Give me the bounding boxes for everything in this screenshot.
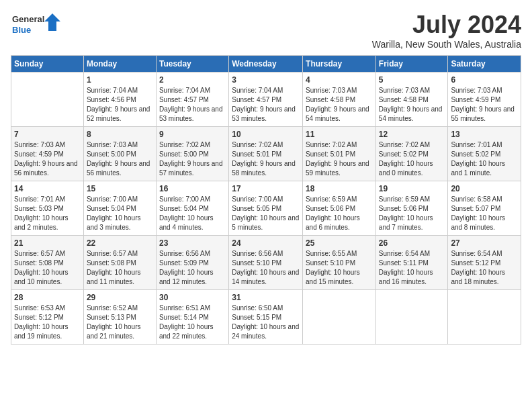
table-row: 21 Sunrise: 6:57 AMSunset: 5:08 PMDaylig… xyxy=(11,236,84,290)
day-detail: Sunrise: 7:04 AMSunset: 4:56 PMDaylight:… xyxy=(87,87,150,122)
day-detail: Sunrise: 7:02 AMSunset: 5:01 PMDaylight:… xyxy=(306,141,369,177)
day-detail: Sunrise: 6:53 AMSunset: 5:12 PMDaylight:… xyxy=(14,304,69,340)
day-number: 2 xyxy=(159,75,226,85)
calendar-table: Sunday Monday Tuesday Wednesday Thursday… xyxy=(11,55,521,345)
month-title: July 2024 xyxy=(372,11,521,39)
day-number: 5 xyxy=(379,75,445,85)
day-detail: Sunrise: 7:02 AMSunset: 5:02 PMDaylight:… xyxy=(379,141,433,177)
day-number: 21 xyxy=(14,238,81,248)
day-detail: Sunrise: 6:59 AMSunset: 5:06 PMDaylight:… xyxy=(379,195,433,231)
day-detail: Sunrise: 7:00 AMSunset: 5:04 PMDaylight:… xyxy=(159,195,214,231)
day-number: 9 xyxy=(159,130,226,139)
day-detail: Sunrise: 6:56 AMSunset: 5:10 PMDaylight:… xyxy=(232,250,299,285)
table-row: 3 Sunrise: 7:04 AMSunset: 4:57 PMDayligh… xyxy=(229,73,303,127)
day-detail: Sunrise: 7:00 AMSunset: 5:04 PMDaylight:… xyxy=(87,195,141,231)
day-number: 1 xyxy=(87,75,153,85)
day-detail: Sunrise: 6:52 AMSunset: 5:13 PMDaylight:… xyxy=(87,304,141,340)
header-wednesday: Wednesday xyxy=(229,56,303,73)
day-number: 30 xyxy=(159,293,226,302)
svg-text:Blue: Blue xyxy=(12,25,31,35)
calendar-week-row: 21 Sunrise: 6:57 AMSunset: 5:08 PMDaylig… xyxy=(11,236,521,290)
svg-text:General: General xyxy=(12,14,44,24)
day-detail: Sunrise: 7:03 AMSunset: 4:58 PMDaylight:… xyxy=(379,87,443,122)
table-row: 1 Sunrise: 7:04 AMSunset: 4:56 PMDayligh… xyxy=(83,73,156,127)
day-detail: Sunrise: 7:01 AMSunset: 5:02 PMDaylight:… xyxy=(451,141,505,177)
day-number: 14 xyxy=(14,184,81,193)
table-row: 31 Sunrise: 6:50 AMSunset: 5:15 PMDaylig… xyxy=(229,290,303,345)
day-number: 27 xyxy=(451,238,518,248)
day-detail: Sunrise: 7:03 AMSunset: 4:59 PMDaylight:… xyxy=(14,141,78,177)
day-number: 22 xyxy=(87,238,153,248)
day-detail: Sunrise: 6:56 AMSunset: 5:09 PMDaylight:… xyxy=(159,250,214,285)
header-friday: Friday xyxy=(375,56,448,73)
day-detail: Sunrise: 7:00 AMSunset: 5:05 PMDaylight:… xyxy=(232,195,299,231)
day-number: 15 xyxy=(87,184,153,193)
table-row: 22 Sunrise: 6:57 AMSunset: 5:08 PMDaylig… xyxy=(83,236,156,290)
table-row: 30 Sunrise: 6:51 AMSunset: 5:14 PMDaylig… xyxy=(156,290,228,345)
day-number: 20 xyxy=(451,184,518,193)
day-detail: Sunrise: 6:54 AMSunset: 5:11 PMDaylight:… xyxy=(379,250,433,285)
day-number: 7 xyxy=(14,130,81,139)
day-number: 31 xyxy=(232,293,300,302)
day-number: 3 xyxy=(232,75,300,85)
table-row: 10 Sunrise: 7:02 AMSunset: 5:01 PMDaylig… xyxy=(229,127,303,181)
day-number: 16 xyxy=(159,184,226,193)
day-number: 11 xyxy=(306,130,373,139)
day-number: 8 xyxy=(87,130,153,139)
table-row: 11 Sunrise: 7:02 AMSunset: 5:01 PMDaylig… xyxy=(303,127,376,181)
table-row: 19 Sunrise: 6:59 AMSunset: 5:06 PMDaylig… xyxy=(375,181,448,236)
table-row xyxy=(303,290,376,345)
table-row: 29 Sunrise: 6:52 AMSunset: 5:13 PMDaylig… xyxy=(83,290,156,345)
table-row: 15 Sunrise: 7:00 AMSunset: 5:04 PMDaylig… xyxy=(83,181,156,236)
day-detail: Sunrise: 6:58 AMSunset: 5:07 PMDaylight:… xyxy=(451,195,505,231)
table-row: 8 Sunrise: 7:03 AMSunset: 5:00 PMDayligh… xyxy=(83,127,156,181)
day-detail: Sunrise: 6:54 AMSunset: 5:12 PMDaylight:… xyxy=(451,250,505,285)
table-row: 27 Sunrise: 6:54 AMSunset: 5:12 PMDaylig… xyxy=(448,236,521,290)
page-header: General Blue July 2024 Warilla, New Sout… xyxy=(11,11,521,50)
day-number: 23 xyxy=(159,238,226,248)
day-number: 4 xyxy=(306,75,373,85)
calendar-week-row: 14 Sunrise: 7:01 AMSunset: 5:03 PMDaylig… xyxy=(11,181,521,236)
table-row: 12 Sunrise: 7:02 AMSunset: 5:02 PMDaylig… xyxy=(375,127,448,181)
calendar-week-row: 28 Sunrise: 6:53 AMSunset: 5:12 PMDaylig… xyxy=(11,290,521,345)
table-row: 26 Sunrise: 6:54 AMSunset: 5:11 PMDaylig… xyxy=(375,236,448,290)
table-row: 17 Sunrise: 7:00 AMSunset: 5:05 PMDaylig… xyxy=(229,181,303,236)
table-row xyxy=(375,290,448,345)
day-number: 12 xyxy=(379,130,445,139)
table-row: 23 Sunrise: 6:56 AMSunset: 5:09 PMDaylig… xyxy=(156,236,228,290)
table-row: 6 Sunrise: 7:03 AMSunset: 4:59 PMDayligh… xyxy=(448,73,521,127)
day-detail: Sunrise: 7:03 AMSunset: 5:00 PMDaylight:… xyxy=(87,141,150,177)
calendar-header-row: Sunday Monday Tuesday Wednesday Thursday… xyxy=(11,56,521,73)
header-thursday: Thursday xyxy=(303,56,376,73)
day-detail: Sunrise: 7:04 AMSunset: 4:57 PMDaylight:… xyxy=(159,87,223,122)
table-row: 24 Sunrise: 6:56 AMSunset: 5:10 PMDaylig… xyxy=(229,236,303,290)
title-area: July 2024 Warilla, New South Wales, Aust… xyxy=(372,11,521,50)
day-detail: Sunrise: 6:59 AMSunset: 5:06 PMDaylight:… xyxy=(306,195,360,231)
day-number: 19 xyxy=(379,184,445,193)
calendar-week-row: 1 Sunrise: 7:04 AMSunset: 4:56 PMDayligh… xyxy=(11,73,521,127)
day-number: 29 xyxy=(87,293,153,302)
day-detail: Sunrise: 6:57 AMSunset: 5:08 PMDaylight:… xyxy=(87,250,141,285)
table-row: 16 Sunrise: 7:00 AMSunset: 5:04 PMDaylig… xyxy=(156,181,228,236)
table-row xyxy=(11,73,84,127)
table-row: 4 Sunrise: 7:03 AMSunset: 4:58 PMDayligh… xyxy=(303,73,376,127)
header-sunday: Sunday xyxy=(11,56,84,73)
day-detail: Sunrise: 7:03 AMSunset: 4:59 PMDaylight:… xyxy=(451,87,515,122)
table-row: 9 Sunrise: 7:02 AMSunset: 5:00 PMDayligh… xyxy=(156,127,228,181)
day-detail: Sunrise: 7:01 AMSunset: 5:03 PMDaylight:… xyxy=(14,195,69,231)
day-detail: Sunrise: 6:50 AMSunset: 5:15 PMDaylight:… xyxy=(232,304,299,340)
table-row: 13 Sunrise: 7:01 AMSunset: 5:02 PMDaylig… xyxy=(448,127,521,181)
day-detail: Sunrise: 6:55 AMSunset: 5:10 PMDaylight:… xyxy=(306,250,360,285)
day-number: 26 xyxy=(379,238,445,248)
day-detail: Sunrise: 7:02 AMSunset: 5:00 PMDaylight:… xyxy=(159,141,223,177)
day-detail: Sunrise: 6:57 AMSunset: 5:08 PMDaylight:… xyxy=(14,250,69,285)
day-number: 13 xyxy=(451,130,518,139)
location-title: Warilla, New South Wales, Australia xyxy=(372,39,521,50)
table-row: 2 Sunrise: 7:04 AMSunset: 4:57 PMDayligh… xyxy=(156,73,228,127)
table-row xyxy=(448,290,521,345)
header-tuesday: Tuesday xyxy=(156,56,228,73)
table-row: 25 Sunrise: 6:55 AMSunset: 5:10 PMDaylig… xyxy=(303,236,376,290)
day-detail: Sunrise: 7:03 AMSunset: 4:58 PMDaylight:… xyxy=(306,87,369,122)
table-row: 7 Sunrise: 7:03 AMSunset: 4:59 PMDayligh… xyxy=(11,127,84,181)
svg-marker-2 xyxy=(44,13,60,31)
